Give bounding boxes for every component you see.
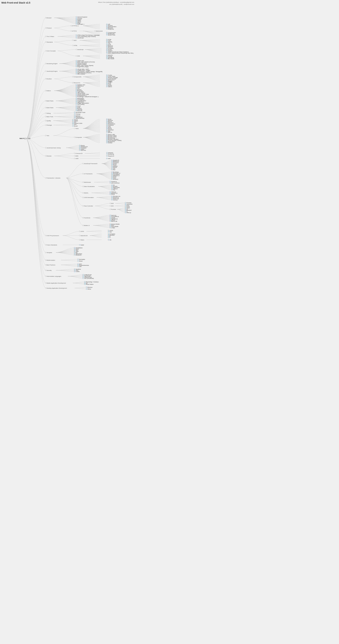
svg-point-387 [125, 206, 126, 207]
svg-point-331 [111, 175, 112, 176]
svg-point-447 [45, 244, 46, 246]
svg-point-139 [106, 82, 107, 84]
svg-point-87 [106, 56, 107, 57]
svg-point-361 [110, 192, 111, 194]
svg-text:Flot: Flot [113, 189, 115, 191]
svg-point-97 [76, 61, 77, 62]
svg-point-203 [45, 116, 46, 117]
svg-text:Frameworks / Libraries: Frameworks / Libraries [46, 177, 60, 179]
svg-point-191 [76, 108, 77, 109]
svg-text:HTML: HTML [74, 45, 78, 46]
svg-point-439 [108, 236, 109, 237]
svg-point-211 [45, 120, 46, 121]
svg-point-195 [76, 110, 77, 111]
svg-text:Broccoli: Broccoli [77, 110, 82, 112]
svg-point-251 [106, 130, 107, 132]
svg-point-165 [76, 94, 77, 95]
svg-point-69 [45, 50, 46, 51]
svg-point-181 [76, 102, 77, 104]
svg-point-423 [110, 227, 111, 228]
svg-text:Functional: Functional [84, 217, 90, 218]
svg-point-25 [106, 26, 107, 27]
svg-text:NW.js: NW.js [88, 288, 91, 290]
svg-point-179 [76, 101, 77, 102]
svg-point-461 [74, 252, 75, 253]
svg-point-285 [45, 156, 46, 156]
svg-text:Core Concepts: Core Concepts [46, 50, 56, 52]
svg-point-205 [74, 115, 75, 116]
svg-text:Amazeui: Amazeui [113, 178, 118, 180]
svg-text:Browser: Browser [46, 17, 52, 19]
svg-point-63 [106, 44, 107, 45]
svg-text:Pre.js: Pre.js [111, 194, 114, 195]
svg-point-167 [76, 95, 77, 96]
svg-point-505 [84, 284, 85, 285]
svg-point-17 [45, 28, 46, 28]
svg-point-481 [45, 270, 46, 271]
svg-text:Test: Test [46, 135, 49, 136]
svg-point-365 [82, 197, 84, 198]
svg-text:W3C: W3C [74, 40, 77, 41]
svg-point-395 [125, 210, 126, 211]
svg-point-397 [125, 211, 126, 212]
svg-point-339 [82, 182, 84, 183]
svg-point-281 [79, 148, 80, 150]
svg-point-407 [110, 217, 111, 218]
svg-point-99 [76, 62, 77, 64]
svg-point-435 [108, 233, 109, 234]
svg-text:JavaScript Engine: JavaScript Engine [46, 70, 58, 72]
svg-point-295 [106, 156, 107, 156]
svg-point-225 [72, 126, 74, 126]
svg-point-299 [106, 158, 107, 159]
svg-point-95 [76, 60, 77, 61]
svg-point-67 [106, 46, 107, 48]
svg-text:SpiderMonkey: SpiderMonkey [76, 118, 84, 119]
svg-point-113 [76, 71, 77, 72]
svg-point-445 [108, 239, 109, 240]
svg-point-401 [82, 217, 84, 218]
svg-point-333 [111, 176, 112, 177]
svg-point-409 [110, 218, 111, 219]
svg-text:WebSocket: WebSocket [84, 182, 91, 183]
svg-text:Bacon.util: Bacon.util [111, 220, 117, 222]
svg-point-219 [72, 123, 74, 124]
svg-text:Standards: Standards [46, 41, 53, 43]
svg-text:WebSocket: WebSocket [96, 30, 103, 32]
svg-text:Base Tools: Base Tools [46, 116, 53, 118]
svg-point-183 [76, 104, 77, 105]
svg-text:Developer Tools: Developer Tools [76, 112, 85, 113]
svg-text:The 3 Pillars: The 3 Pillars [46, 36, 54, 37]
svg-point-287 [74, 153, 75, 154]
svg-point-249 [106, 129, 107, 130]
svg-point-469 [78, 259, 78, 260]
svg-text:JavaScript: JavaScript [77, 49, 84, 50]
svg-point-141 [106, 84, 107, 85]
svg-point-35 [106, 32, 107, 33]
svg-point-367 [111, 196, 112, 197]
svg-point-383 [110, 206, 111, 206]
svg-text:nib: nib [110, 239, 111, 241]
svg-point-363 [110, 194, 111, 195]
svg-point-311 [111, 163, 112, 164]
svg-text:Build Tasks: Build Tasks [46, 100, 54, 102]
svg-point-271 [106, 142, 107, 143]
svg-point-381 [125, 204, 126, 204]
svg-point-379 [125, 202, 126, 203]
svg-point-147 [45, 90, 46, 91]
svg-point-257 [106, 134, 107, 135]
svg-point-267 [106, 140, 107, 141]
svg-point-157 [76, 89, 77, 90]
svg-point-359 [110, 191, 111, 192]
svg-point-291 [106, 154, 107, 154]
svg-point-355 [111, 189, 112, 190]
svg-point-209 [74, 118, 75, 119]
svg-point-223 [72, 124, 74, 125]
svg-text:Riot: Riot [113, 169, 116, 170]
svg-point-39 [106, 34, 107, 36]
svg-point-293 [74, 156, 75, 156]
svg-point-237 [106, 122, 107, 123]
svg-point-197 [45, 113, 46, 114]
svg-text:Nitro (Safari): Nitro (Safari) [77, 73, 85, 75]
svg-point-489 [45, 276, 46, 277]
svg-point-415 [82, 225, 84, 226]
